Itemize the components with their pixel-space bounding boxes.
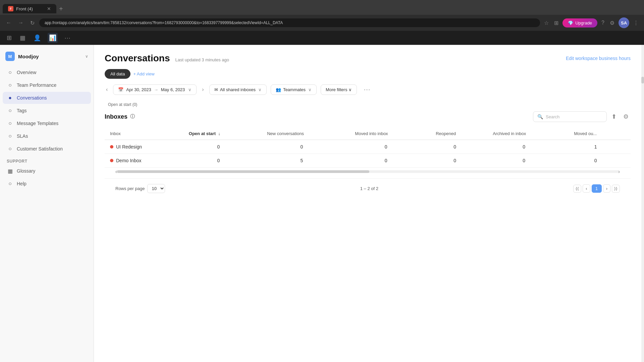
tab-favicon: F [8,6,13,11]
info-icon[interactable]: ⓘ [130,114,135,120]
col-archived-in-inbox: Archived in inbox [487,128,569,140]
toolbar-compose-button[interactable]: ⊞ [5,33,13,43]
address-bar[interactable] [39,18,540,27]
inbox-filter-button[interactable]: ✉ All shared inboxes ∨ [209,84,267,95]
edit-workspace-link[interactable]: Edit workspace business hours [566,56,631,61]
help-button[interactable]: ? [600,18,606,27]
sort-arrow-icon: ↓ [218,131,221,136]
sidebar-item-conversations[interactable]: ● Conversations [3,92,91,104]
scroll-right-icon[interactable]: › [618,169,620,174]
sidebar-item-team-performance[interactable]: ○ Team Performance [3,79,91,91]
team-performance-icon: ○ [7,82,13,88]
inbox-chevron-icon: ∨ [258,87,262,92]
table-settings-button[interactable]: ⚙ [621,111,631,122]
extensions-button[interactable]: ⊞ [553,18,560,27]
options-button[interactable]: ⋯ [361,84,373,95]
bookmark-button[interactable]: ☆ [543,18,550,27]
col-reopened: Reopened [430,128,487,140]
tab-close-button[interactable]: ✕ [47,6,51,11]
toolbar-calendar-button[interactable]: ▦ [18,33,27,43]
tab-bar: F Front (4) ✕ + [0,0,644,15]
workspace-chevron-icon[interactable]: ∨ [85,54,88,59]
rows-per-page-select[interactable]: 10 25 50 [147,184,165,193]
sidebar-item-conversations-label: Conversations [17,95,47,101]
inbox-filter-label: All shared inboxes [220,87,256,92]
date-to: May 6, 2023 [161,87,185,92]
sidebar-item-team-performance-label: Team Performance [17,82,56,88]
export-button[interactable]: ⬆ [609,111,619,122]
toolbar-analytics-button[interactable]: 📊 [48,33,58,43]
table-body: UI Redesign 0 0 0 0 0 1 [105,140,631,168]
section-header: Inboxes ⓘ 🔍 Search ⬆ ⚙ [105,111,631,122]
message-templates-icon: ○ [7,120,13,127]
vertical-scroll-thumb[interactable] [641,77,644,83]
filters-bar: ‹ 📅 Apr 30, 2023 → May 6, 2023 ∨ › ✉ All… [94,84,641,100]
sidebar-item-slas[interactable]: ○ SLAs [3,130,91,142]
sidebar-item-message-templates[interactable]: ○ Message Templates [3,117,91,129]
menu-button[interactable]: ⋮ [632,18,640,27]
calendar-icon: 📅 [118,87,123,92]
sidebar-item-glossary[interactable]: ▦ Glossary [3,165,91,177]
refresh-button[interactable]: ↻ [28,18,37,27]
inbox-name-text: UI Redesign [116,144,142,149]
scroll-thumb[interactable] [117,170,369,173]
new-conversations-cell: 0 [262,140,350,154]
support-section-label: Support [0,155,94,165]
more-filters-label: More filters [326,87,347,92]
new-tab-button[interactable]: + [56,5,66,13]
sidebar-item-help[interactable]: ○ Help [3,178,91,190]
date-next-button[interactable]: › [201,85,205,94]
customer-satisfaction-icon: ○ [7,145,13,152]
active-tab[interactable]: F Front (4) ✕ [3,4,56,13]
table-scroll-bar[interactable]: ‹ › [115,170,620,173]
scroll-left-icon[interactable]: ‹ [115,169,117,174]
rows-per-page-label: Rows per page [115,186,145,191]
rows-per-page-area: Rows per page 10 25 50 [115,184,165,193]
toolbar-contacts-button[interactable]: 👤 [32,33,42,43]
settings-button[interactable]: ⚙ [608,18,616,27]
table-row: UI Redesign 0 0 0 0 0 1 [105,140,631,154]
forward-button[interactable]: → [16,18,25,27]
archived-in-inbox-cell: 0 [487,154,569,168]
vertical-scrollbar[interactable] [641,45,644,362]
nav-bar: ← → ↻ ☆ ⊞ 💎 Upgrade ? ⚙ SA ⋮ [0,15,644,31]
main-content: Conversations Last updated 3 minutes ago… [94,45,641,362]
sidebar-item-overview[interactable]: ○ Overview [3,66,91,78]
user-avatar-button[interactable]: SA [619,17,629,28]
prev-page-button[interactable]: ‹ [583,184,590,193]
search-box[interactable]: 🔍 Search [533,111,607,122]
view-tab-all-data[interactable]: All data [105,69,130,79]
reopened-cell: 0 [430,140,487,154]
teammates-filter-button[interactable]: 👥 Teammates ∨ [271,84,317,95]
col-open-at-start[interactable]: Open at start ↓ [183,128,262,140]
date-prev-button[interactable]: ‹ [105,85,109,94]
sidebar-item-customer-satisfaction[interactable]: ○ Customer Satisfaction [3,143,91,155]
next-page-button[interactable]: › [603,184,610,193]
inbox-dot-ui-redesign [110,145,113,148]
date-range-filter[interactable]: 📅 Apr 30, 2023 → May 6, 2023 ∨ [113,84,197,95]
conversations-icon: ● [7,95,13,101]
upgrade-button[interactable]: 💎 Upgrade [562,18,597,27]
add-view-button[interactable]: + Add view [133,71,154,76]
first-page-button[interactable]: ⟨⟨ [573,185,581,193]
back-button[interactable]: ← [4,18,13,27]
toolbar-more-button[interactable]: ⋯ [63,33,72,43]
col-new-conversations: New conversations [262,128,350,140]
last-page-button[interactable]: ⟩⟩ [612,185,620,193]
open-at-start-cell: 0 [183,140,262,154]
teammates-filter-label: Teammates [283,87,306,92]
pagination-range: 1 – 2 of 2 [360,186,378,191]
sidebar: M Moodjoy ∨ ○ Overview ○ Team Performanc… [0,45,94,362]
workspace-header[interactable]: M Moodjoy ∨ [0,49,94,64]
toolbar: ⊞ ▦ 👤 📊 ⋯ [0,31,644,45]
sidebar-item-message-templates-label: Message Templates [17,121,58,126]
chart-label: Open at start (0) [108,102,137,107]
moved-out-cell: 1 [569,140,631,154]
sidebar-item-tags[interactable]: ○ Tags [3,105,91,117]
open-at-start-cell: 0 [183,154,262,168]
more-filters-button[interactable]: More filters ∨ [321,84,357,95]
table-row: Demo Inbox 0 5 0 0 0 0 [105,154,631,168]
section-title-area: Inboxes ⓘ [105,113,135,120]
section-actions: 🔍 Search ⬆ ⚙ [533,111,631,122]
page-1-button[interactable]: 1 [592,184,602,193]
